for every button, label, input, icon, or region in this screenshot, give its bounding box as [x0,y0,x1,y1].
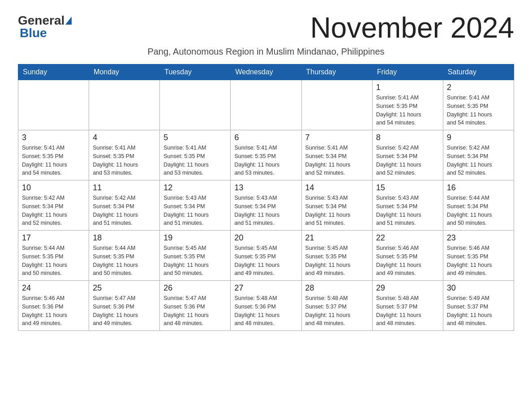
header-sunday: Sunday [18,64,89,80]
day-info: Sunrise: 5:45 AMSunset: 5:35 PMDaylight:… [163,244,227,278]
day-info: Sunrise: 5:41 AMSunset: 5:34 PMDaylight:… [305,144,369,177]
header-monday: Monday [89,64,160,80]
table-row [89,80,160,130]
day-info: Sunrise: 5:41 AMSunset: 5:35 PMDaylight:… [234,144,297,177]
day-info: Sunrise: 5:43 AMSunset: 5:34 PMDaylight:… [234,194,297,227]
table-row: 23Sunrise: 5:46 AMSunset: 5:35 PMDayligh… [443,231,514,281]
table-row: 30Sunrise: 5:49 AMSunset: 5:37 PMDayligh… [443,281,514,331]
logo-triangle-icon [65,17,72,25]
table-row: 4Sunrise: 5:41 AMSunset: 5:35 PMDaylight… [89,130,160,180]
table-row: 27Sunrise: 5:48 AMSunset: 5:36 PMDayligh… [231,281,301,331]
table-row: 1Sunrise: 5:41 AMSunset: 5:35 PMDaylight… [372,80,443,130]
table-row: 15Sunrise: 5:43 AMSunset: 5:34 PMDayligh… [372,180,443,231]
table-row: 21Sunrise: 5:45 AMSunset: 5:35 PMDayligh… [301,231,372,281]
table-row: 2Sunrise: 5:41 AMSunset: 5:35 PMDaylight… [443,80,514,130]
day-info: Sunrise: 5:46 AMSunset: 5:35 PMDaylight:… [376,244,439,278]
header: General Blue November 2024 [18,13,514,42]
day-info: Sunrise: 5:41 AMSunset: 5:35 PMDaylight:… [376,94,439,127]
calendar-week-row: 24Sunrise: 5:46 AMSunset: 5:36 PMDayligh… [18,281,514,331]
header-thursday: Thursday [301,64,372,80]
day-info: Sunrise: 5:48 AMSunset: 5:37 PMDaylight:… [305,294,369,328]
day-info: Sunrise: 5:42 AMSunset: 5:34 PMDaylight:… [93,194,156,227]
day-number: 7 [305,133,369,142]
table-row: 18Sunrise: 5:44 AMSunset: 5:35 PMDayligh… [89,231,160,281]
table-row [301,80,372,130]
header-saturday: Saturday [443,64,514,80]
table-row [231,80,301,130]
logo: General Blue [18,13,73,40]
day-info: Sunrise: 5:41 AMSunset: 5:35 PMDaylight:… [447,94,510,127]
logo-blue-text: Blue [20,26,47,40]
day-number: 19 [163,233,227,243]
day-number: 1 [376,83,439,92]
day-number: 8 [376,133,439,142]
day-number: 17 [22,233,85,243]
day-info: Sunrise: 5:46 AMSunset: 5:35 PMDaylight:… [447,244,510,278]
day-number: 25 [93,283,156,293]
day-number: 22 [376,233,439,243]
day-number: 9 [447,133,510,142]
table-row: 3Sunrise: 5:41 AMSunset: 5:35 PMDaylight… [18,130,89,180]
table-row: 8Sunrise: 5:42 AMSunset: 5:34 PMDaylight… [372,130,443,180]
day-info: Sunrise: 5:46 AMSunset: 5:36 PMDaylight:… [22,294,85,328]
calendar-week-row: 10Sunrise: 5:42 AMSunset: 5:34 PMDayligh… [18,180,514,231]
day-info: Sunrise: 5:44 AMSunset: 5:34 PMDaylight:… [447,194,510,227]
table-row [18,80,89,130]
day-number: 20 [234,233,297,243]
day-info: Sunrise: 5:48 AMSunset: 5:36 PMDaylight:… [234,294,297,328]
day-info: Sunrise: 5:49 AMSunset: 5:37 PMDaylight:… [447,294,510,328]
table-row: 5Sunrise: 5:41 AMSunset: 5:35 PMDaylight… [160,130,231,180]
day-info: Sunrise: 5:48 AMSunset: 5:37 PMDaylight:… [376,294,439,328]
day-number: 27 [234,283,297,293]
table-row: 29Sunrise: 5:48 AMSunset: 5:37 PMDayligh… [372,281,443,331]
day-number: 13 [234,183,297,193]
table-row: 20Sunrise: 5:45 AMSunset: 5:35 PMDayligh… [231,231,301,281]
table-row [160,80,231,130]
day-info: Sunrise: 5:43 AMSunset: 5:34 PMDaylight:… [163,194,227,227]
day-info: Sunrise: 5:43 AMSunset: 5:34 PMDaylight:… [376,194,439,227]
table-row: 6Sunrise: 5:41 AMSunset: 5:35 PMDaylight… [231,130,301,180]
day-number: 29 [376,283,439,293]
day-info: Sunrise: 5:47 AMSunset: 5:36 PMDaylight:… [163,294,227,328]
table-row: 17Sunrise: 5:44 AMSunset: 5:35 PMDayligh… [18,231,89,281]
day-number: 5 [163,133,227,142]
day-number: 3 [22,133,85,142]
table-row: 9Sunrise: 5:42 AMSunset: 5:34 PMDaylight… [443,130,514,180]
header-wednesday: Wednesday [231,64,301,80]
calendar-header-row: Sunday Monday Tuesday Wednesday Thursday… [18,64,514,80]
month-title: November 2024 [310,13,514,42]
day-number: 28 [305,283,369,293]
day-info: Sunrise: 5:42 AMSunset: 5:34 PMDaylight:… [376,144,439,177]
table-row: 7Sunrise: 5:41 AMSunset: 5:34 PMDaylight… [301,130,372,180]
day-info: Sunrise: 5:44 AMSunset: 5:35 PMDaylight:… [93,244,156,278]
day-number: 2 [447,83,510,92]
table-row: 13Sunrise: 5:43 AMSunset: 5:34 PMDayligh… [231,180,301,231]
calendar-week-row: 3Sunrise: 5:41 AMSunset: 5:35 PMDaylight… [18,130,514,180]
table-row: 22Sunrise: 5:46 AMSunset: 5:35 PMDayligh… [372,231,443,281]
day-number: 16 [447,183,510,193]
table-row: 16Sunrise: 5:44 AMSunset: 5:34 PMDayligh… [443,180,514,231]
day-number: 4 [93,133,156,142]
table-row: 28Sunrise: 5:48 AMSunset: 5:37 PMDayligh… [301,281,372,331]
calendar-table: Sunday Monday Tuesday Wednesday Thursday… [18,64,514,331]
day-number: 24 [22,283,85,293]
day-info: Sunrise: 5:45 AMSunset: 5:35 PMDaylight:… [234,244,297,278]
day-number: 21 [305,233,369,243]
day-number: 15 [376,183,439,193]
day-info: Sunrise: 5:42 AMSunset: 5:34 PMDaylight:… [447,144,510,177]
table-row: 14Sunrise: 5:43 AMSunset: 5:34 PMDayligh… [301,180,372,231]
day-info: Sunrise: 5:47 AMSunset: 5:36 PMDaylight:… [93,294,156,328]
calendar-week-row: 17Sunrise: 5:44 AMSunset: 5:35 PMDayligh… [18,231,514,281]
table-row: 11Sunrise: 5:42 AMSunset: 5:34 PMDayligh… [89,180,160,231]
table-row: 24Sunrise: 5:46 AMSunset: 5:36 PMDayligh… [18,281,89,331]
day-number: 26 [163,283,227,293]
table-row: 19Sunrise: 5:45 AMSunset: 5:35 PMDayligh… [160,231,231,281]
day-number: 12 [163,183,227,193]
day-number: 30 [447,283,510,293]
day-number: 23 [447,233,510,243]
location-title: Pang, Autonomous Region in Muslim Mindan… [18,47,514,57]
day-info: Sunrise: 5:41 AMSunset: 5:35 PMDaylight:… [22,144,85,177]
day-number: 18 [93,233,156,243]
table-row: 10Sunrise: 5:42 AMSunset: 5:34 PMDayligh… [18,180,89,231]
day-number: 14 [305,183,369,193]
